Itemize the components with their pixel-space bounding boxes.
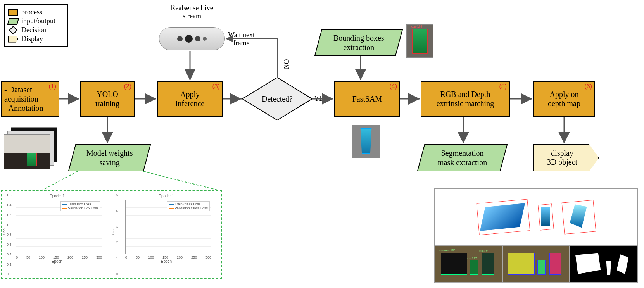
legend-swatch-decision bbox=[9, 26, 18, 34]
display-3d-object: display 3D object bbox=[533, 144, 599, 171]
result-binary-mask bbox=[570, 245, 637, 283]
chart0-yticks: 1.61.41.210.80.60.40.20 bbox=[7, 193, 12, 276]
legend-label-process: process bbox=[21, 8, 42, 16]
chart0-xlabel: Epoch bbox=[4, 259, 110, 264]
realsense-camera-image bbox=[159, 27, 225, 50]
chart1-yticks: 543210 bbox=[116, 193, 118, 276]
step1-line2: - Annotation bbox=[4, 104, 43, 112]
step1-dataset-acquisition: (1) - Dataset acquisition - Annotation bbox=[1, 81, 59, 117]
fastsam-thumb bbox=[352, 125, 380, 158]
box-loss-chart: Epoch: 1 Loss 1.61.41.210.80.60.40.20 Tr… bbox=[4, 193, 110, 276]
class-loss-chart: Epoch: 1 Loss 543210 Train Class Loss Va… bbox=[114, 193, 219, 276]
chart1-xlabel: Epoch bbox=[114, 259, 219, 264]
chart0-legend: Train Box Loss Validation Box Loss bbox=[60, 201, 100, 211]
step5-rgb-depth-matching: (5) RGB and Depth extrinsic matching bbox=[421, 81, 510, 117]
step3-tag: (3) bbox=[212, 83, 220, 90]
edge-no: NO bbox=[283, 59, 291, 69]
step6-label: Apply on depth map bbox=[548, 90, 580, 108]
bbox-thumb: cup 0.95 bbox=[406, 24, 433, 58]
step1-line1: acquisition bbox=[4, 95, 38, 103]
legend: process input/output Decision Display bbox=[4, 4, 68, 47]
step6-apply-depth-map: (6) Apply on depth map bbox=[533, 81, 595, 117]
step6-tag: (6) bbox=[584, 83, 592, 90]
step4-label: FastSAM bbox=[352, 94, 382, 103]
chart0-ylabel: Loss bbox=[2, 228, 6, 236]
io-bounding-boxes: Bounding boxes extraction bbox=[314, 29, 403, 56]
step2-label: YOLO training bbox=[95, 90, 119, 108]
edge-yes: YES bbox=[314, 95, 327, 103]
legend-label-display: Display bbox=[21, 35, 43, 43]
step1-line0: - Dataset bbox=[4, 85, 32, 94]
legend-swatch-io bbox=[7, 18, 19, 25]
svg-line-13 bbox=[143, 171, 217, 190]
edge-wait-next: Wait next frame bbox=[228, 31, 255, 47]
svg-line-12 bbox=[43, 171, 78, 190]
legend-swatch-process bbox=[8, 9, 18, 16]
chart0-title: Epoch: 1 bbox=[4, 194, 110, 198]
step3-apply-inference: (3) Apply inference bbox=[157, 81, 223, 117]
result-3d-view bbox=[435, 189, 637, 245]
step4-fastsam: (4) FastSAM bbox=[334, 81, 400, 117]
chart1-title: Epoch: 1 bbox=[114, 194, 219, 198]
io-bbox-label: Bounding boxes extraction bbox=[333, 33, 384, 52]
io-seg-mask: Segmentation mask extraction bbox=[417, 144, 508, 171]
chart1-xticks: 050100150200250300 bbox=[125, 255, 211, 259]
loss-charts-panel: Epoch: 1 Loss 1.61.41.210.80.60.40.20 Tr… bbox=[1, 190, 222, 279]
legend-label-io: input/output bbox=[21, 17, 55, 25]
decision-detected: Detected? bbox=[242, 78, 312, 120]
step5-tag: (5) bbox=[499, 83, 507, 90]
result-panel: computer 0.97 cup 0.97 bottle 0. bbox=[434, 188, 638, 283]
display-3d-label: display 3D object bbox=[547, 149, 577, 167]
step2-yolo-training: (2) YOLO training bbox=[80, 81, 135, 117]
step5-label: RGB and Depth extrinsic matching bbox=[437, 90, 494, 108]
chart1-legend: Train Class Loss Validation Class Loss bbox=[167, 201, 210, 211]
result-segmentation bbox=[502, 245, 570, 283]
io-weights-label: Model weights saving bbox=[86, 148, 133, 167]
legend-swatch-display bbox=[8, 36, 18, 43]
chart1-ylabel: Loss bbox=[111, 228, 115, 236]
step2-tag: (2) bbox=[124, 83, 131, 90]
chart0-xticks: 050100150200250300 bbox=[16, 255, 102, 259]
step3-label: Apply inference bbox=[176, 90, 204, 108]
realsense-label: Realsense Live stream bbox=[157, 4, 227, 20]
legend-label-decision: Decision bbox=[21, 26, 46, 34]
io-segmask-label: Segmentation mask extraction bbox=[438, 148, 487, 167]
step1-tag: (1) bbox=[48, 83, 56, 90]
io-model-weights: Model weights saving bbox=[68, 144, 151, 171]
result-detection: computer 0.97 cup 0.97 bottle 0. bbox=[435, 245, 502, 283]
step4-tag: (4) bbox=[389, 83, 397, 90]
decision-label: Detected? bbox=[242, 78, 312, 120]
